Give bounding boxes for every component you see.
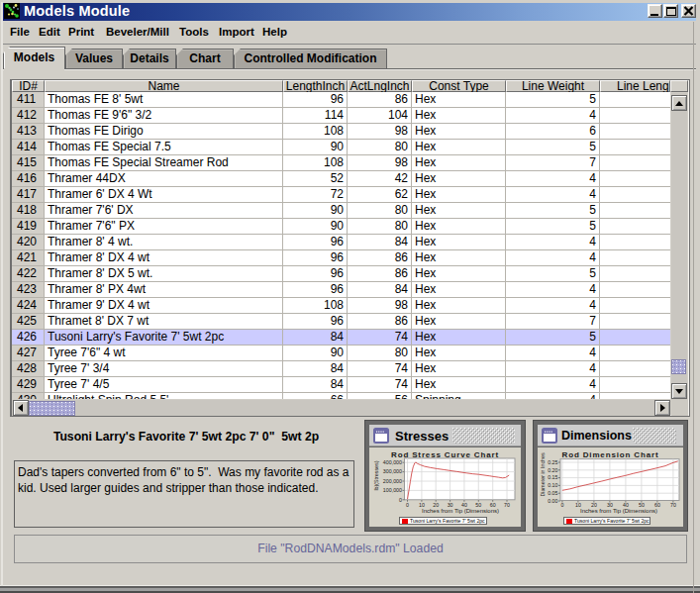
svg-text:lb)(Stresses): lb)(Stresses) <box>373 460 379 490</box>
svg-text:0.25: 0.25 <box>548 459 557 465</box>
svg-text:0: 0 <box>560 502 563 508</box>
svg-text:0.10: 0.10 <box>548 482 557 488</box>
svg-text:70: 70 <box>504 502 510 508</box>
svg-text:0: 0 <box>406 502 409 508</box>
svg-text:0.05: 0.05 <box>548 490 557 496</box>
svg-text:100,000: 100,000 <box>383 487 402 493</box>
svg-text:400,000: 400,000 <box>383 459 402 465</box>
svg-text:0.00: 0.00 <box>548 498 557 504</box>
svg-text:300,000: 300,000 <box>383 468 402 474</box>
svg-text:70: 70 <box>670 502 676 508</box>
svg-text:0: 0 <box>399 497 402 503</box>
svg-text:200,000: 200,000 <box>383 478 402 484</box>
svg-text:0.15: 0.15 <box>548 474 557 480</box>
svg-text:Inches from Tip (Dimensions): Inches from Tip (Dimensions) <box>422 508 499 514</box>
svg-text:Inches from Tip (Dimensions): Inches from Tip (Dimensions) <box>580 508 657 514</box>
svg-text:0.20: 0.20 <box>548 467 557 473</box>
